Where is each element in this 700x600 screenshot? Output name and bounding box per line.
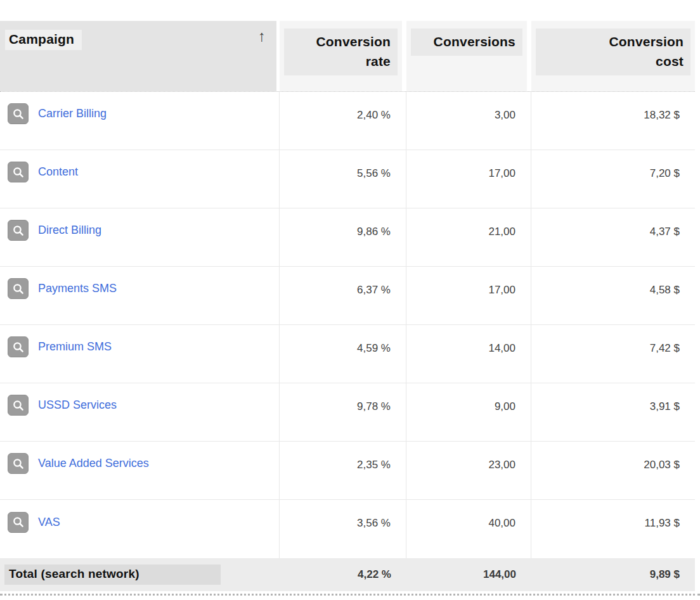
campaign-link[interactable]: USSD Services [38,399,117,412]
table-row: VAS 3,56 % 40,00 11,93 $ [0,500,695,558]
magnifier-icon [8,453,29,474]
campaign-link[interactable]: Value Added Services [38,457,149,470]
conversions-value: 40,00 [406,500,531,558]
conversions-value: 17,00 [406,267,531,324]
table-row: Carrier Billing 2,40 % 3,00 18,32 $ [0,92,695,150]
campaign-link[interactable]: Content [38,165,78,179]
total-row: Total (search network) 4,22 % 144,00 9,8… [0,558,695,591]
conversion-rate-value: 2,35 % [280,442,406,499]
table-row: USSD Services 9,78 % 9,00 3,91 $ [0,383,695,442]
campaign-link[interactable]: Direct Billing [38,224,101,237]
campaign-link[interactable]: VAS [38,516,60,529]
conversion-cost-header-label: Conversion cost [595,32,684,71]
conversions-value: 23,00 [406,442,531,499]
table-row: Value Added Services 2,35 % 23,00 20,03 … [0,442,695,500]
campaigns-table: Campaign ↑ Conversion rate Conversions C… [0,21,695,591]
conversions-value: 17,00 [406,150,531,208]
total-conversion-rate: 4,22 % [280,568,406,581]
campaign-header-label: Campaign [5,30,82,50]
conversion-cost-value: 4,58 $ [531,267,695,324]
magnifier-icon [8,278,29,299]
conversion-cost-value: 3,91 $ [531,383,695,441]
conversion-cost-value: 7,20 $ [531,150,695,208]
conversion-cost-value: 7,42 $ [531,325,695,383]
column-header-conversion-cost[interactable]: Conversion cost [531,21,695,91]
table-header-row: Campaign ↑ Conversion rate Conversions C… [0,21,695,92]
campaign-report-page: Campaign ↑ Conversion rate Conversions C… [0,0,700,596]
table-row: Direct Billing 9,86 % 21,00 4,37 $ [0,208,695,267]
conversion-rate-value: 6,37 % [280,267,406,324]
campaign-link[interactable]: Carrier Billing [38,107,107,120]
conversion-cost-value: 4,37 $ [531,208,695,266]
table-bottom-border [0,594,700,596]
table-body: Carrier Billing 2,40 % 3,00 18,32 $ Cont… [0,92,695,558]
column-header-campaign[interactable]: Campaign ↑ [0,21,280,91]
conversion-rate-header-label: Conversion rate [302,32,391,71]
magnifier-icon [8,395,29,416]
conversion-cost-value: 20,03 $ [531,442,695,499]
magnifier-icon [8,512,29,533]
conversion-rate-value: 9,78 % [280,383,406,441]
magnifier-icon [8,336,29,357]
table-row: Payments SMS 6,37 % 17,00 4,58 $ [0,267,695,325]
total-conversion-cost: 9,89 $ [531,568,695,581]
table-row: Content 5,56 % 17,00 7,20 $ [0,150,695,208]
conversion-rate-value: 4,59 % [280,325,406,383]
table-row: Premium SMS 4,59 % 14,00 7,42 $ [0,325,695,383]
conversions-value: 21,00 [406,208,531,266]
total-conversions: 144,00 [406,568,531,581]
conversions-value: 9,00 [406,383,531,441]
conversion-cost-value: 11,93 $ [531,500,695,558]
conversions-value: 14,00 [406,325,531,383]
conversions-header-label: Conversions [434,32,515,51]
magnifier-icon [8,162,29,182]
conversion-rate-value: 9,86 % [280,208,406,266]
conversion-rate-value: 2,40 % [280,92,406,150]
campaign-link[interactable]: Payments SMS [38,282,117,295]
total-label: Total (search network) [4,565,221,585]
column-header-conversion-rate[interactable]: Conversion rate [280,21,406,91]
sort-ascending-icon[interactable]: ↑ [258,29,266,44]
magnifier-icon [8,220,29,241]
conversion-cost-value: 18,32 $ [531,92,695,150]
campaign-link[interactable]: Premium SMS [38,340,112,354]
magnifier-icon [8,103,29,124]
conversion-rate-value: 3,56 % [280,500,406,558]
column-header-conversions[interactable]: Conversions [406,21,531,91]
conversions-value: 3,00 [406,92,531,150]
conversion-rate-value: 5,56 % [280,150,406,208]
